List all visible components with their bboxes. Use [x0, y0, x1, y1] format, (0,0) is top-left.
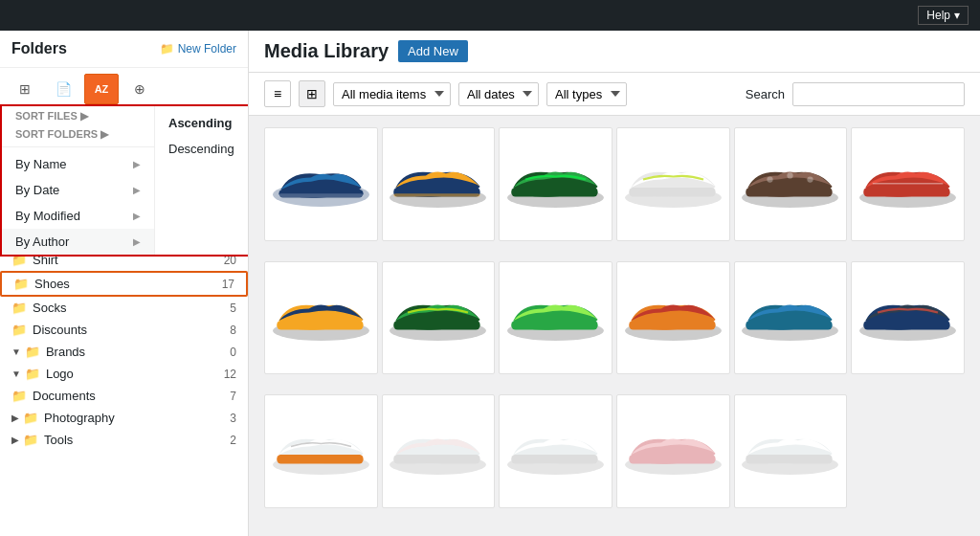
date-filter[interactable]: All dates — [458, 82, 539, 106]
folder-label-brands: Brands — [46, 345, 230, 359]
folder-label-logo: Logo — [46, 367, 224, 381]
svg-rect-34 — [511, 455, 597, 463]
media-item[interactable] — [499, 261, 612, 375]
folder-icon-tools: 📁 — [23, 433, 38, 447]
folder-item-brands[interactable]: ▼ 📁 Brands 0 — [0, 341, 248, 363]
folder-item-shoes[interactable]: 📁 Shoes 17 — [0, 271, 248, 297]
shoe-svg-1 — [271, 145, 371, 224]
folder-count-brands: 0 — [230, 346, 236, 359]
new-folder-label: New Folder — [178, 42, 236, 56]
folder-item-documents[interactable]: 📁 Documents 7 — [0, 385, 248, 407]
svg-rect-24 — [629, 321, 715, 329]
folder-label-discounts: Discounts — [33, 323, 230, 337]
sidebar-icons-row: ⊞ 📄 AZ ⊕ Sort Files ▶ Sort Folders ▶ By … — [0, 68, 248, 111]
sort-ascending[interactable]: Ascending — [155, 110, 249, 136]
folder-icon-shoes: 📁 — [13, 277, 29, 291]
by-modified-arrow: ▶ — [133, 211, 141, 221]
add-folder-icon-btn[interactable]: ⊕ — [122, 74, 157, 104]
sort-dropdown: Sort Files ▶ Sort Folders ▶ By Name ▶ By… — [0, 104, 249, 257]
folder-label-socks: Socks — [33, 301, 230, 315]
svg-rect-26 — [746, 321, 833, 329]
sort-by-author[interactable]: By Author ▶ — [2, 229, 154, 255]
shoe-svg-12 — [858, 279, 958, 357]
media-item[interactable] — [616, 261, 730, 375]
svg-rect-9 — [629, 187, 715, 195]
help-chevron-icon: ▾ — [954, 9, 960, 22]
media-item[interactable] — [616, 394, 730, 508]
sort-folders-header: Sort Folders ▶ — [2, 124, 154, 143]
by-date-arrow: ▶ — [133, 185, 141, 195]
file-view-icon-btn[interactable]: 📄 — [46, 74, 80, 104]
folder-label-shoes: Shoes — [34, 277, 222, 291]
sort-descending[interactable]: Descending — [155, 136, 249, 162]
folder-item-socks[interactable]: 📁 Socks 5 — [0, 297, 248, 319]
folder-count-shoes: 17 — [222, 278, 234, 291]
sort-files-header: Sort Files ▶ — [2, 106, 154, 124]
shoe-svg-7 — [271, 279, 371, 357]
folder-icon-brands: 📁 — [25, 345, 40, 359]
sort-by-modified[interactable]: By Modified ▶ — [2, 203, 154, 229]
sort-by-name[interactable]: By Name ▶ — [2, 151, 154, 177]
folder-count-socks: 5 — [230, 302, 236, 315]
folder-count-tools: 2 — [230, 434, 236, 447]
az-sort-icon-btn[interactable]: AZ — [84, 74, 119, 104]
search-input[interactable] — [792, 82, 965, 106]
toggle-tools[interactable]: ▶ — [11, 435, 19, 445]
svg-rect-7 — [511, 187, 597, 195]
media-item[interactable] — [264, 127, 378, 241]
media-item[interactable] — [264, 394, 378, 508]
folder-count-logo: 12 — [224, 368, 236, 381]
media-item[interactable] — [851, 127, 965, 241]
new-folder-button[interactable]: 📁 New Folder — [160, 42, 236, 56]
media-item[interactable] — [382, 394, 496, 508]
media-item[interactable] — [499, 394, 612, 508]
toggle-photography[interactable]: ▶ — [11, 413, 19, 423]
sidebar-header: Folders 📁 New Folder — [0, 31, 248, 68]
svg-rect-28 — [863, 321, 949, 329]
type-filter[interactable]: All types — [546, 82, 627, 106]
shoe-svg-15 — [505, 413, 606, 491]
svg-point-12 — [768, 176, 773, 182]
folder-item-discounts[interactable]: 📁 Discounts 8 — [0, 319, 248, 341]
shoe-svg-9 — [505, 279, 606, 357]
media-type-filter[interactable]: All media items — [333, 82, 451, 106]
media-item[interactable] — [851, 261, 965, 375]
folder-item-logo[interactable]: ▼ 📁 Logo 12 — [0, 363, 248, 385]
folder-label-photography: Photography — [44, 411, 230, 425]
media-item[interactable] — [382, 127, 496, 241]
sort-by-date[interactable]: By Date ▶ — [2, 177, 154, 203]
list-view-button[interactable]: ≡ — [264, 80, 291, 107]
media-item[interactable] — [382, 261, 496, 375]
media-item[interactable] — [734, 394, 848, 508]
toggle-brands[interactable]: ▼ — [11, 346, 21, 357]
svg-rect-11 — [746, 187, 833, 195]
media-item[interactable] — [499, 127, 612, 241]
toggle-logo[interactable]: ▼ — [11, 368, 21, 379]
add-new-button[interactable]: Add New — [398, 40, 468, 62]
help-label: Help — [926, 9, 950, 22]
media-item[interactable] — [734, 127, 848, 241]
sidebar: Folders 📁 New Folder ⊞ 📄 AZ ⊕ Sort Files… — [0, 31, 249, 536]
shoe-svg-17 — [740, 413, 840, 491]
media-item[interactable] — [264, 261, 378, 375]
grid-view-button[interactable]: ⊞ — [299, 80, 325, 107]
media-item[interactable] — [734, 261, 848, 375]
sort-sub-menu: Ascending Descending — [155, 106, 249, 255]
list-view-icon: ≡ — [274, 86, 281, 101]
svg-rect-38 — [746, 455, 833, 463]
shoe-svg-11 — [740, 279, 840, 357]
folder-count-documents: 7 — [230, 390, 236, 403]
folder-icon-photography: 📁 — [23, 411, 38, 425]
svg-point-14 — [808, 176, 813, 182]
folder-item-tools[interactable]: ▶ 📁 Tools 2 — [0, 429, 248, 451]
folder-item-photography[interactable]: ▶ 📁 Photography 3 — [0, 407, 248, 429]
shoe-svg-13 — [271, 413, 371, 491]
shoe-svg-2 — [388, 145, 488, 224]
help-button[interactable]: Help ▾ — [918, 6, 969, 25]
folder-icon-discounts: 📁 — [11, 323, 27, 337]
svg-rect-30 — [277, 455, 363, 463]
page-title: Media Library — [264, 40, 389, 62]
sort-main-menu: Sort Files ▶ Sort Folders ▶ By Name ▶ By… — [2, 106, 155, 255]
media-item[interactable] — [616, 127, 730, 241]
grid-view-icon-btn[interactable]: ⊞ — [8, 74, 42, 104]
